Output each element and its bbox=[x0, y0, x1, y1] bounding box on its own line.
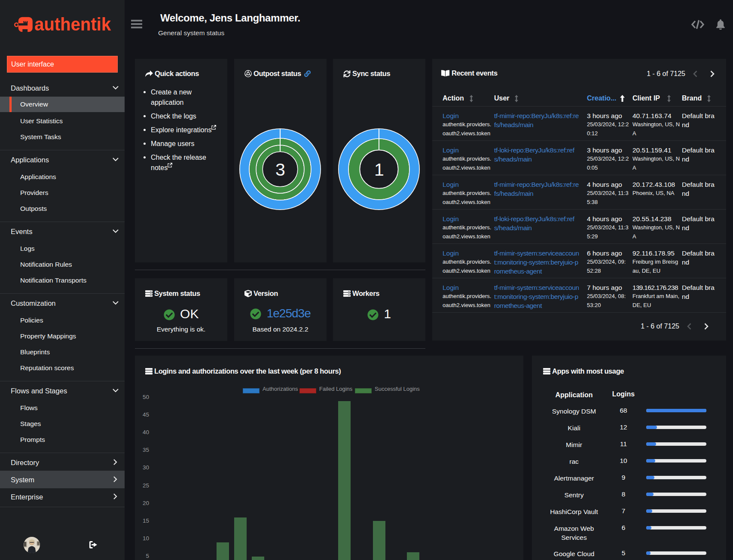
svg-text:authentik: authentik bbox=[34, 14, 111, 34]
